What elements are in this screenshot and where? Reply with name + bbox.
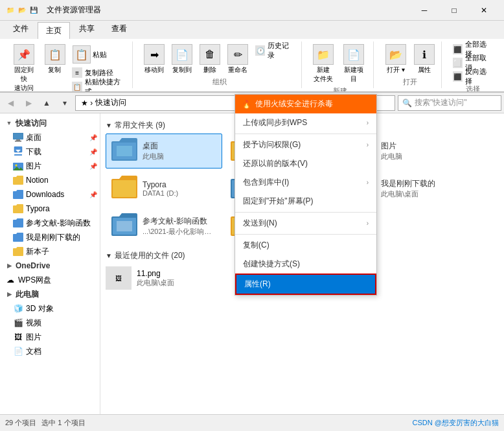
sidebar-item-pictures-pc[interactable]: 🖼 图片: [0, 330, 100, 344]
search-placeholder: 搜索"快速访问": [415, 97, 467, 108]
sidebar-item-videos[interactable]: 🎬 视频: [0, 316, 100, 330]
copy-to-icon: 📄: [172, 44, 192, 65]
sidebar-item-desktop[interactable]: 桌面 📌: [0, 130, 100, 145]
save-icon: 💾: [29, 5, 39, 16]
folder-open-icon: 📂: [17, 5, 27, 16]
clipboard-buttons: 📌 固定到快速访问 📋 复制 📋 粘贴 ≡ 复制路径: [9, 43, 128, 92]
sidebar-item-3d[interactable]: 🧊 3D 对象: [0, 301, 100, 316]
sidebar-refs-label: 参考文献-影响函数: [26, 218, 91, 229]
open-button[interactable]: 📂 打开 ▾: [383, 43, 409, 76]
context-menu-upload[interactable]: 上传或同步到WPS ›: [235, 113, 376, 132]
copy-to-button[interactable]: 📄 复制到: [170, 43, 195, 76]
grant-arrow: ›: [367, 141, 369, 148]
paste-shortcut-button[interactable]: 📋 粘贴快捷方式: [70, 80, 128, 92]
ribbon-group-select: ⬛ 全部选择 ⬜ 全部取消 ⬛ 反向选择 选择: [447, 41, 499, 88]
typora-folder-icon: [13, 204, 23, 214]
context-menu-library[interactable]: 包含到库中(I) ›: [235, 173, 376, 192]
new-folder-button[interactable]: 📁 新建文件夹: [311, 43, 336, 85]
context-menu-properties[interactable]: 属性(R): [235, 274, 376, 295]
download-icon: [13, 146, 23, 157]
breadcrumb-path: 快速访问: [95, 97, 126, 108]
pin-quick-access-button[interactable]: 📌 固定到快速访问: [9, 43, 40, 92]
maximize-button[interactable]: □: [439, 0, 469, 21]
history-button[interactable]: 🕐 历史记录: [253, 44, 297, 57]
folder-item-typora[interactable]: Typora DATA1 (D:): [106, 171, 222, 206]
close-button[interactable]: ✕: [469, 0, 499, 21]
desktop-folder-icon: [111, 138, 137, 164]
tab-home[interactable]: 主页: [38, 22, 70, 39]
svg-rect-18: [113, 180, 136, 197]
context-menu-copy[interactable]: 复制(C): [235, 236, 376, 255]
sidebar-item-wps[interactable]: ☁ WPS网盘: [0, 273, 100, 287]
ribbon-group-organize: ➡ 移动到 📄 复制到 🗑 删除 ✏ 重命名 🕐: [138, 41, 302, 88]
documents-icon: 📄: [13, 346, 23, 356]
sidebar-notion-label: Notion: [26, 176, 49, 185]
properties-button[interactable]: ℹ 属性: [411, 43, 437, 76]
chevron-down-icon: ▼: [5, 120, 13, 126]
context-menu-pin-start[interactable]: 固定到"开始"屏幕(P): [235, 192, 376, 211]
sidebar-quick-access[interactable]: ▼ 快速访问: [0, 116, 100, 130]
chevron-right-icon: ▶: [5, 262, 13, 269]
tab-share[interactable]: 共享: [71, 21, 102, 39]
new-item-button[interactable]: 📄 新建项目: [339, 43, 369, 85]
svg-rect-2: [15, 141, 21, 142]
tab-view[interactable]: 查看: [104, 21, 135, 39]
context-menu[interactable]: 🔥 使用火绒安全进行杀毒 上传或同步到WPS › 授予访问权限(G) › 还原以…: [235, 94, 377, 296]
rename-button[interactable]: ✏ 重命名: [225, 43, 251, 76]
sidebar-item-downloads-folder[interactable]: Downloads 📌: [0, 187, 100, 202]
invert-select-button[interactable]: ⬛ 反向选择: [451, 70, 495, 83]
minimize-button[interactable]: ─: [409, 0, 439, 21]
typora-folder-info: Typora DATA1 (D:): [143, 180, 216, 197]
paste-button[interactable]: 📋 粘贴: [70, 44, 128, 65]
context-menu-restore[interactable]: 还原以前的版本(V): [235, 154, 376, 173]
context-menu-grant[interactable]: 授予访问权限(G) ›: [235, 135, 376, 154]
send-label: 发送到(N): [243, 218, 277, 229]
shortcut-label: 创建快捷方式(S): [243, 259, 300, 270]
sidebar-item-documents[interactable]: 📄 文档: [0, 344, 100, 358]
pin-indicator-dl2: 📌: [89, 191, 97, 198]
copy-path-icon: ≡: [72, 67, 82, 78]
recent-paths-button[interactable]: ▾: [57, 95, 73, 111]
ribbon-group-new: 📁 新建文件夹 📄 新建项目 新建: [307, 41, 374, 88]
folder-icon-small: 📁: [5, 5, 16, 16]
forward-button[interactable]: ▶: [21, 95, 36, 111]
window-controls[interactable]: ─ □ ✕: [409, 0, 499, 21]
section-chevron: ▼: [106, 122, 112, 129]
copy-to-label: 复制到: [172, 65, 192, 75]
documents-label: 文档: [26, 346, 41, 357]
properties-icon: ℹ: [414, 44, 435, 65]
context-menu-send[interactable]: 发送到(N) ›: [235, 214, 376, 233]
sidebar-item-pictures[interactable]: 图片 📌: [0, 159, 100, 173]
up-button[interactable]: ▲: [39, 95, 54, 111]
folder-item-references[interactable]: 参考文献-影响函数 ...\2021-最小化影响函数...: [106, 209, 222, 244]
copy-button[interactable]: 📋 复制: [42, 43, 67, 76]
folder-item-desktop[interactable]: 桌面 此电脑: [106, 134, 222, 169]
sidebar-this-pc[interactable]: ▶ 此电脑: [0, 287, 100, 301]
references-folder-icon: [111, 213, 137, 239]
typora-folder-path: DATA1 (D:): [143, 189, 216, 197]
sidebar-item-notebook[interactable]: 新本子: [0, 244, 100, 259]
new-item-icon: 📄: [343, 44, 364, 65]
rename-icon: ✏: [227, 44, 248, 65]
desktop-folder-info: 桌面 此电脑: [143, 141, 216, 161]
select-buttons: ⬛ 全部选择 ⬜ 全部取消 ⬛ 反向选择: [451, 43, 495, 83]
sidebar-item-downloads[interactable]: 下载 📌: [0, 145, 100, 159]
desktop-folder-path: 此电脑: [143, 152, 216, 161]
invert-icon: ⬛: [453, 71, 463, 82]
tab-file[interactable]: 文件: [5, 21, 36, 39]
pin-start-label: 固定到"开始"屏幕(P): [243, 196, 314, 207]
sidebar-item-typora[interactable]: Typora: [0, 202, 100, 216]
title-bar-icons: 📁 📂 💾: [5, 5, 39, 16]
pictures-pc-label: 图片: [26, 332, 41, 343]
move-to-button[interactable]: ➡ 移动到: [142, 43, 167, 76]
context-menu-shortcut[interactable]: 创建快捷方式(S): [235, 255, 376, 274]
search-box[interactable]: 🔍 搜索"快速访问": [398, 95, 501, 111]
typora-folder-name: Typora: [143, 180, 216, 189]
delete-button[interactable]: 🗑 删除: [198, 43, 223, 76]
sidebar-item-refs[interactable]: 参考文献-影响函数: [0, 216, 100, 230]
sidebar-item-notion[interactable]: Notion: [0, 173, 100, 187]
sidebar-downloads-label: 下载: [26, 146, 41, 157]
back-button[interactable]: ◀: [3, 95, 18, 111]
sidebar-onedrive[interactable]: ▶ OneDrive: [0, 259, 100, 273]
sidebar-item-downloaded[interactable]: 我是刚刚下载的: [0, 230, 100, 244]
